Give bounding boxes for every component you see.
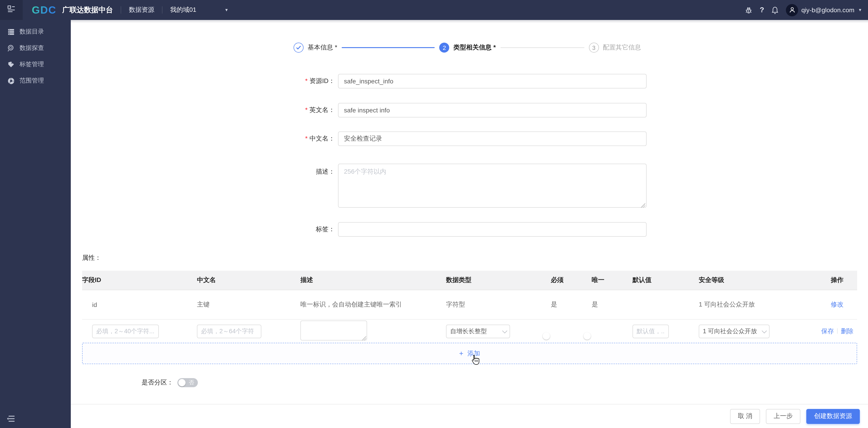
table-row-id: id 主键 唯一标识，会自动创建主键唯一索引 字符型 是 是 1 可向社会公众开… — [82, 290, 857, 320]
tags-input[interactable] — [338, 222, 647, 237]
product-title: 广联达数据中台 — [62, 5, 113, 15]
cell-cn-name: 主键 — [197, 301, 300, 309]
security-level-select[interactable]: 1 可向社会公众开放 — [699, 324, 770, 338]
desc-textarea[interactable] — [300, 321, 367, 340]
attributes-table: 字段ID 中文名 描述 数据类型 必须 唯一 默认值 安全等级 操作 id 主键… — [82, 271, 857, 343]
step-connector-pending — [500, 47, 584, 48]
tag-manage-icon — [7, 60, 15, 68]
resource-id-input[interactable] — [338, 74, 647, 89]
data-explore-icon — [7, 44, 15, 52]
resource-id-label: *资源ID： — [220, 77, 335, 85]
footer-action-bar: 取 消 上一步 创建数据资源 — [71, 404, 868, 428]
notifications-button[interactable] — [771, 6, 779, 14]
create-data-resource-button[interactable]: 创建数据资源 — [806, 409, 860, 424]
apps-grid-button[interactable] — [0, 0, 23, 20]
app-viewport: GDC 广联达数据中台 数据资源 我的域01 ▼ ? — [0, 0, 868, 428]
resize-grip-icon[interactable] — [641, 203, 645, 208]
edit-row-link[interactable]: 修改 — [812, 301, 857, 309]
help-button[interactable]: ? — [760, 6, 764, 14]
user-email[interactable]: qiy-b@glodon.com — [801, 6, 855, 13]
nav-item-data-resource[interactable]: 数据资源 — [129, 6, 154, 14]
col-header-action: 操作 — [812, 276, 857, 284]
data-catalog-icon — [7, 28, 15, 36]
col-header-unique: 唯一 — [592, 276, 632, 284]
description-label: 描述： — [220, 168, 335, 176]
partition-row: 是否分区： 否 — [142, 378, 198, 387]
stepper: 基本信息 * 2 类型相关信息 * 3 配置其它信息 — [293, 43, 646, 53]
sidebar-item-label: 数据目录 — [20, 28, 44, 36]
plus-icon: + — [459, 349, 464, 358]
save-row-link[interactable]: 保存 — [821, 327, 834, 334]
cell-required: 是 — [551, 301, 592, 309]
sidebar-item-label: 标签管理 — [20, 60, 44, 68]
sidebar-item-label: 范围管理 — [20, 77, 44, 85]
cancel-button[interactable]: 取 消 — [730, 409, 760, 424]
chevron-down-icon — [762, 328, 767, 333]
chevron-down-icon[interactable]: ▼ — [224, 8, 228, 12]
chinese-name-input[interactable] — [338, 131, 647, 146]
toggle-knob — [178, 379, 186, 386]
cell-desc: 唯一标识，会自动创建主键唯一索引 — [300, 301, 446, 309]
sidebar-item-scope-manage[interactable]: 范围管理 — [0, 72, 71, 89]
field-id-input[interactable] — [92, 324, 159, 338]
domain-selector-label[interactable]: 我的域01 — [170, 6, 196, 14]
gdc-logo: GDC — [32, 4, 56, 16]
required-mark: * — [305, 106, 308, 113]
step-3-circle: 3 — [589, 43, 599, 53]
col-header-desc: 描述 — [300, 276, 446, 284]
step-2-label: 类型相关信息 * — [454, 43, 496, 52]
english-name-label: *英文名： — [220, 106, 335, 114]
required-mark: * — [305, 135, 308, 142]
add-field-button[interactable]: + 添加 — [82, 343, 857, 364]
table-header-row: 字段ID 中文名 描述 数据类型 必须 唯一 默认值 安全等级 操作 — [82, 271, 857, 290]
previous-step-button[interactable]: 上一步 — [766, 409, 800, 424]
english-name-input[interactable] — [338, 103, 647, 118]
toggle-knob — [543, 332, 550, 339]
data-type-select[interactable]: 自增长长整型 — [446, 324, 510, 338]
scope-manage-icon — [7, 77, 15, 85]
col-header-field-id: 字段ID — [82, 276, 197, 284]
description-textarea[interactable] — [338, 164, 647, 208]
top-header-bar: GDC 广联达数据中台 数据资源 我的域01 ▼ ? — [0, 0, 868, 20]
step-3-label: 配置其它信息 — [603, 43, 641, 52]
chevron-down-icon — [502, 328, 507, 333]
cell-data-type: 字符型 — [446, 301, 551, 309]
cn-name-input[interactable] — [197, 324, 261, 338]
check-icon — [296, 45, 301, 50]
sidebar-collapse-button[interactable] — [7, 415, 15, 423]
bell-icon — [771, 6, 779, 14]
collapse-sidebar-icon — [7, 415, 15, 423]
attributes-section-label: 属性： — [82, 254, 101, 262]
user-avatar[interactable] — [786, 4, 798, 16]
sidebar-item-data-explore[interactable]: 数据探查 — [0, 40, 71, 56]
col-header-required: 必须 — [551, 276, 592, 284]
tags-label: 标签： — [220, 225, 335, 233]
step-1-done-circle — [293, 43, 304, 53]
sidebar-item-tag-manage[interactable]: 标签管理 — [0, 56, 71, 72]
main-content: 基本信息 * 2 类型相关信息 * 3 配置其它信息 *资源ID： *英文名： … — [71, 20, 868, 404]
default-value-input[interactable] — [632, 324, 669, 338]
partition-label: 是否分区： — [142, 378, 173, 387]
step-connector-done — [342, 47, 435, 48]
apps-grid-icon — [7, 5, 16, 15]
required-mark: * — [305, 77, 308, 84]
bug-report-button[interactable] — [745, 6, 753, 14]
sidebar-item-data-catalog[interactable]: 数据目录 — [0, 24, 71, 40]
action-divider — [837, 328, 838, 333]
partition-toggle[interactable]: 否 — [178, 378, 198, 387]
person-icon — [788, 6, 796, 13]
step-1-label: 基本信息 * — [308, 43, 337, 52]
col-header-data-type: 数据类型 — [446, 276, 551, 284]
col-header-default: 默认值 — [632, 276, 699, 284]
add-field-label: 添加 — [467, 349, 480, 358]
chevron-down-icon[interactable]: ▼ — [858, 8, 862, 12]
table-editor-row: 自增长长整型 是 是 — [82, 320, 857, 343]
resize-grip-icon[interactable] — [362, 336, 366, 340]
step-2-circle: 2 — [439, 43, 450, 53]
col-header-security: 安全等级 — [699, 276, 812, 284]
header-divider — [121, 6, 121, 13]
sidebar: 数据目录 数据探查 标 — [0, 20, 71, 428]
header-divider — [162, 6, 162, 13]
delete-row-link[interactable]: 删除 — [841, 327, 854, 334]
help-icon: ? — [760, 6, 764, 13]
